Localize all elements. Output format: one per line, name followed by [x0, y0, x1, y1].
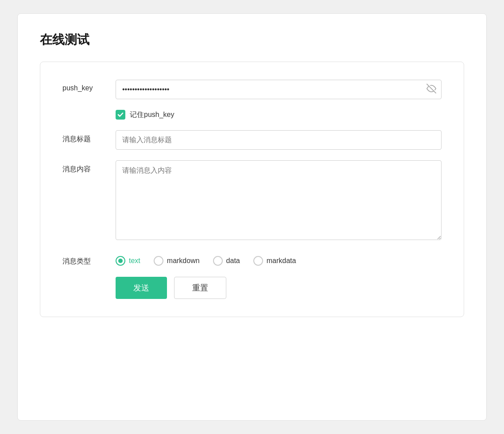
message-title-wrapper: [116, 130, 442, 150]
radio-label-data: data: [226, 257, 240, 265]
radio-circle-markdata: [253, 256, 263, 266]
radio-circle-markdown: [154, 256, 163, 266]
radio-label-text: text: [129, 257, 140, 265]
send-button[interactable]: 发送: [116, 277, 167, 299]
outer-container: 在线测试 push_key: [17, 13, 487, 421]
radio-option-markdata[interactable]: markdata: [253, 256, 296, 266]
radio-option-markdown[interactable]: markdown: [154, 256, 200, 266]
push-key-label: push_key: [62, 80, 116, 92]
push-key-row: push_key: [62, 80, 442, 99]
message-content-label: 消息内容: [62, 160, 116, 174]
form-card: push_key: [40, 62, 464, 317]
message-type-wrapper: text markdown data markdata: [116, 252, 442, 266]
push-key-wrapper: [116, 80, 442, 99]
message-content-row: 消息内容: [62, 160, 442, 242]
message-title-row: 消息标题: [62, 130, 442, 150]
radio-circle-data: [213, 256, 223, 266]
radio-circle-text: [116, 256, 125, 266]
button-row: 发送 重置: [62, 277, 442, 299]
message-content-input[interactable]: [116, 160, 442, 240]
page-title: 在线测试: [40, 31, 464, 48]
radio-group: text markdown data markdata: [116, 252, 442, 266]
message-type-row: 消息类型 text markdown data: [62, 252, 442, 266]
message-content-wrapper: [116, 160, 442, 242]
push-key-input-container: [116, 80, 442, 99]
radio-option-data[interactable]: data: [213, 256, 240, 266]
push-key-input[interactable]: [116, 80, 442, 99]
remember-checkbox[interactable]: [116, 110, 125, 120]
message-title-input[interactable]: [116, 130, 442, 150]
reset-button[interactable]: 重置: [174, 277, 226, 299]
message-type-label: 消息类型: [62, 252, 116, 266]
radio-label-markdata: markdata: [267, 257, 296, 265]
message-title-label: 消息标题: [62, 130, 116, 144]
remember-label: 记住push_key: [130, 110, 174, 120]
toggle-password-icon[interactable]: [426, 84, 436, 95]
radio-label-markdown: markdown: [167, 257, 200, 265]
remember-row: 记住push_key: [62, 110, 442, 120]
radio-option-text[interactable]: text: [116, 256, 140, 266]
